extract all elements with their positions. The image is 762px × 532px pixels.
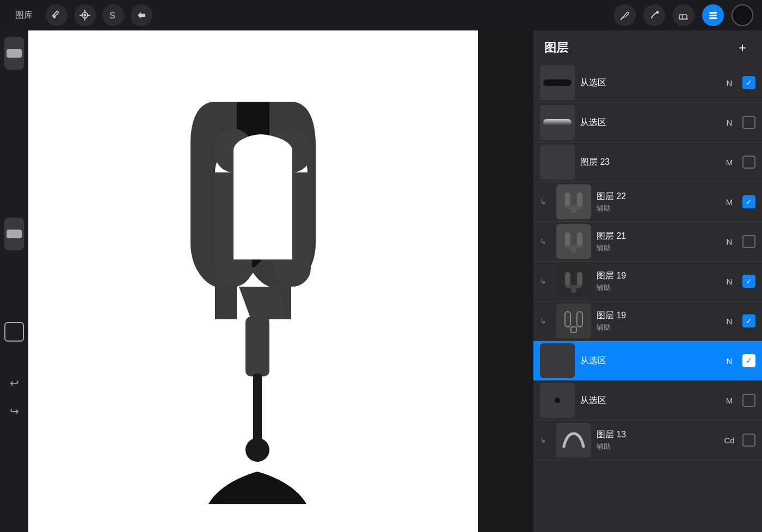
layer-visibility-checkbox[interactable] bbox=[742, 275, 755, 288]
svg-point-6 bbox=[84, 14, 87, 17]
layer-row-layer-19b[interactable]: ↳ 图层 19辅助N bbox=[533, 301, 762, 341]
layer-info: 从选区 bbox=[580, 355, 716, 367]
layer-name-text: 图层 13 bbox=[597, 429, 716, 441]
layer-blend-mode: M bbox=[722, 197, 737, 207]
layer-row-layer-from-selection-active[interactable]: 从选区N bbox=[533, 341, 762, 381]
layer-row-layer-21[interactable]: ↳ 图层 21辅助N bbox=[533, 222, 762, 262]
layer-visibility-checkbox[interactable] bbox=[742, 116, 755, 129]
gallery-button[interactable]: 图库 bbox=[9, 5, 39, 26]
layer-row-layer-13[interactable]: ↳ 图层 13辅助Cd bbox=[533, 420, 762, 460]
layer-sub-text: 辅助 bbox=[597, 442, 716, 451]
modifier-square[interactable] bbox=[4, 322, 24, 342]
layer-blend-mode: N bbox=[722, 317, 737, 326]
adjustments-tool-button[interactable] bbox=[74, 4, 96, 26]
svg-text:S: S bbox=[109, 11, 115, 20]
svg-rect-32 bbox=[577, 272, 582, 287]
layer-info: 图层 19辅助 bbox=[597, 310, 716, 332]
layers-list: 从选区N从选区N图层 23M↳ 图层 22辅助M↳ 图层 21辅助N↳ 图层 1… bbox=[533, 63, 762, 460]
svg-rect-20 bbox=[245, 317, 269, 376]
size-slider[interactable] bbox=[4, 218, 24, 250]
layer-row-layer-from-selection-1[interactable]: 从选区N bbox=[533, 63, 762, 103]
svg-rect-26 bbox=[571, 209, 576, 213]
layer-visibility-checkbox[interactable] bbox=[742, 394, 755, 407]
eraser-tool-button[interactable] bbox=[673, 4, 695, 26]
sub-layer-icon: ↳ bbox=[540, 197, 546, 206]
layer-blend-mode: N bbox=[722, 118, 737, 127]
layer-thumbnail bbox=[556, 423, 591, 457]
layers-panel-title: 图层 bbox=[544, 40, 568, 56]
layer-thumbnail bbox=[556, 304, 591, 338]
layer-sub-text: 辅助 bbox=[597, 283, 716, 293]
layer-row-layer-from-selection-2[interactable]: 从选区N bbox=[533, 103, 762, 143]
layer-row-layer-from-selection-dot[interactable]: 从选区M bbox=[533, 381, 762, 420]
opacity-slider[interactable] bbox=[4, 37, 24, 70]
layer-name-text: 从选区 bbox=[580, 395, 716, 406]
layer-info: 从选区 bbox=[580, 77, 716, 89]
layer-info: 从选区 bbox=[580, 117, 716, 128]
layer-sub-text: 辅助 bbox=[597, 243, 716, 253]
color-swatch[interactable] bbox=[732, 4, 753, 26]
svg-point-8 bbox=[656, 11, 659, 14]
layer-name-text: 图层 19 bbox=[597, 310, 716, 321]
svg-rect-21 bbox=[253, 374, 262, 444]
layer-thumbnail bbox=[556, 184, 591, 219]
layer-name-text: 图层 19 bbox=[597, 270, 716, 282]
svg-rect-9 bbox=[679, 15, 687, 19]
layer-sub-text: 辅助 bbox=[597, 323, 716, 332]
sub-layer-icon: ↳ bbox=[540, 237, 546, 246]
svg-rect-13 bbox=[709, 15, 717, 16]
layer-visibility-checkbox[interactable] bbox=[742, 156, 755, 169]
sub-layer-icon: ↳ bbox=[540, 277, 546, 286]
size-handle bbox=[7, 230, 22, 238]
layer-name-text: 从选区 bbox=[580, 355, 716, 367]
layer-info: 从选区 bbox=[580, 395, 716, 406]
layers-panel: 图层 + 从选区N从选区N图层 23M↳ 图层 22辅助M↳ 图层 21辅助N↳… bbox=[533, 30, 762, 532]
transform-tool-button[interactable] bbox=[131, 4, 152, 26]
triangle-arrow bbox=[698, 30, 713, 38]
layers-tool-button[interactable] bbox=[702, 4, 724, 26]
layer-thumbnail bbox=[540, 65, 575, 100]
layer-thumbnail bbox=[540, 105, 575, 140]
layer-row-layer-19a[interactable]: ↳ 图层 19辅助N bbox=[533, 262, 762, 301]
brush-tool-button[interactable] bbox=[614, 4, 636, 26]
add-layer-button[interactable]: + bbox=[734, 39, 751, 57]
layer-visibility-checkbox[interactable] bbox=[742, 434, 755, 447]
layer-row-layer-22[interactable]: ↳ 图层 22辅助M bbox=[533, 182, 762, 222]
svg-rect-30 bbox=[571, 249, 576, 253]
layer-name-text: 图层 23 bbox=[580, 157, 716, 168]
svg-rect-33 bbox=[566, 285, 581, 288]
layer-name-text: 从选区 bbox=[580, 117, 716, 128]
svg-rect-35 bbox=[565, 312, 570, 327]
svg-rect-31 bbox=[565, 272, 570, 287]
layer-visibility-checkbox[interactable] bbox=[742, 235, 755, 248]
svg-rect-34 bbox=[571, 288, 576, 293]
panel-indicator bbox=[533, 30, 762, 38]
redo-button[interactable]: ↪ bbox=[4, 401, 24, 421]
layer-info: 图层 13辅助 bbox=[597, 429, 716, 451]
layer-thumbnail bbox=[540, 383, 575, 418]
layer-name-text: 图层 22 bbox=[597, 191, 716, 202]
layer-visibility-checkbox[interactable] bbox=[742, 314, 755, 327]
layer-visibility-checkbox[interactable] bbox=[742, 354, 755, 367]
layer-visibility-checkbox[interactable] bbox=[742, 195, 755, 208]
wrench-tool-button[interactable] bbox=[46, 4, 67, 26]
layer-thumbnail bbox=[540, 145, 575, 180]
svg-rect-36 bbox=[577, 312, 582, 327]
canvas-area[interactable] bbox=[28, 30, 478, 532]
tuning-fork-illustration bbox=[161, 58, 346, 504]
layer-name-text: 从选区 bbox=[580, 77, 716, 89]
layer-row-layer-23[interactable]: 图层 23M bbox=[533, 143, 762, 182]
layer-info: 图层 23 bbox=[580, 157, 716, 168]
sub-layer-icon: ↳ bbox=[540, 317, 546, 325]
layer-visibility-checkbox[interactable] bbox=[742, 76, 755, 89]
toolbar-right bbox=[614, 4, 753, 26]
smudge-tool-button[interactable] bbox=[643, 4, 665, 26]
toolbar-left: 图库 S bbox=[9, 4, 152, 26]
layer-info: 图层 22辅助 bbox=[597, 191, 716, 213]
layer-thumbnail bbox=[540, 343, 575, 378]
layer-blend-mode: M bbox=[722, 158, 737, 167]
layer-sub-text: 辅助 bbox=[597, 203, 716, 213]
undo-button[interactable]: ↩ bbox=[4, 373, 24, 393]
selection-tool-button[interactable]: S bbox=[102, 4, 124, 26]
svg-point-22 bbox=[245, 438, 269, 462]
